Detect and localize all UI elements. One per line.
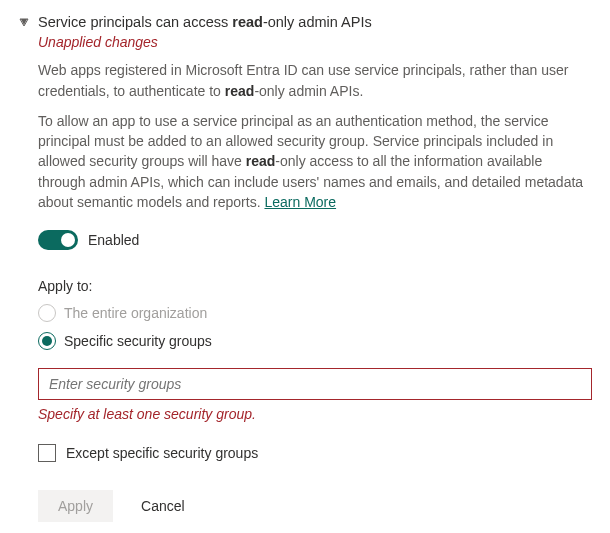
learn-more-link[interactable]: Learn More — [264, 194, 336, 210]
enabled-toggle-label: Enabled — [88, 232, 139, 248]
enabled-toggle[interactable] — [38, 230, 78, 250]
validation-message: Specify at least one security group. — [38, 406, 592, 422]
cancel-button[interactable]: Cancel — [141, 498, 185, 514]
unapplied-changes-label: Unapplied changes — [38, 34, 592, 50]
radio-label: The entire organization — [64, 305, 207, 321]
setting-title: Service principals can access read-only … — [38, 12, 592, 32]
except-specific-groups-checkbox-row[interactable]: Except specific security groups — [38, 444, 592, 462]
except-label: Except specific security groups — [66, 445, 258, 461]
description-paragraph-2: To allow an app to use a service princip… — [38, 111, 592, 212]
apply-to-label: Apply to: — [38, 278, 592, 294]
checkbox-icon — [38, 444, 56, 462]
apply-button[interactable]: Apply — [38, 490, 113, 522]
radio-label: Specific security groups — [64, 333, 212, 349]
radio-icon — [38, 304, 56, 322]
radio-specific-security-groups[interactable]: Specific security groups — [38, 332, 592, 350]
collapse-icon[interactable] — [18, 16, 30, 28]
radio-entire-organization: The entire organization — [38, 304, 592, 322]
radio-icon — [38, 332, 56, 350]
description-paragraph-1: Web apps registered in Microsoft Entra I… — [38, 60, 592, 101]
security-groups-input[interactable] — [38, 368, 592, 400]
